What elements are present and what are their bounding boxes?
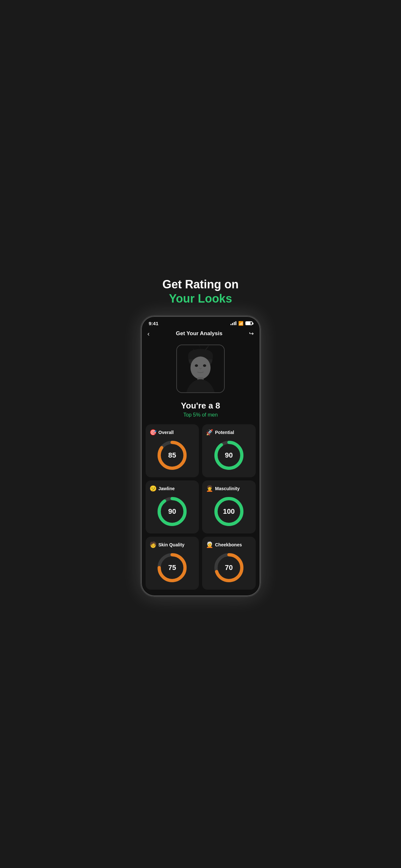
metric-emoji-cheekbones: 🧑‍🦳 <box>206 541 213 548</box>
share-button[interactable]: ↪ <box>249 330 254 337</box>
rating-section: You're a 8 Top 5% of men <box>141 396 260 421</box>
svg-point-4 <box>203 364 206 367</box>
metric-emoji-overall: 🎯 <box>150 429 157 436</box>
user-photo <box>176 345 225 393</box>
nav-title: Get Your Analysis <box>176 330 222 337</box>
rating-sub: Top 5% of men <box>141 412 260 418</box>
donut-skin-quality: 75 <box>156 552 188 584</box>
metric-label-masculinity: Masculinity <box>215 486 240 491</box>
outer-container: Get Rating on Your Looks 9:41 📶 ‹ <box>134 265 267 603</box>
photo-section <box>141 341 260 396</box>
metric-emoji-skin-quality: 🧑 <box>150 541 157 548</box>
metric-card-masculinity: 🧑‍🦱 Masculinity 100 <box>202 480 256 533</box>
donut-container-potential: 90 <box>206 439 252 471</box>
donut-value-overall: 85 <box>168 451 176 460</box>
donut-value-cheekbones: 70 <box>225 563 233 572</box>
donut-container-overall: 85 <box>150 439 195 471</box>
metric-label-jawline: Jawline <box>158 486 175 491</box>
donut-value-skin-quality: 75 <box>168 563 176 572</box>
metric-emoji-potential: 🚀 <box>206 429 213 436</box>
headline-line1: Get Rating on <box>162 277 239 291</box>
metric-header-potential: 🚀 Potential <box>206 429 234 436</box>
metric-emoji-jawline: 🫤 <box>150 485 157 492</box>
metric-header-cheekbones: 🧑‍🦳 Cheekbones <box>206 541 242 548</box>
metric-card-overall: 🎯 Overall 85 <box>146 424 199 477</box>
phone-frame: 9:41 📶 ‹ Get Your Analysis ↪ <box>140 315 261 597</box>
metric-card-jawline: 🫤 Jawline 90 <box>146 480 199 533</box>
metric-header-skin-quality: 🧑 Skin Quality <box>150 541 185 548</box>
donut-masculinity: 100 <box>213 495 245 528</box>
back-button[interactable]: ‹ <box>148 330 150 337</box>
donut-value-potential: 90 <box>225 451 233 460</box>
donut-container-cheekbones: 70 <box>206 552 252 584</box>
donut-value-jawline: 90 <box>168 507 176 516</box>
svg-point-2 <box>190 356 211 379</box>
face-silhouette <box>177 345 224 393</box>
donut-container-skin-quality: 75 <box>150 552 195 584</box>
signal-icon <box>230 321 236 325</box>
metric-card-potential: 🚀 Potential 90 <box>202 424 256 477</box>
metric-header-overall: 🎯 Overall <box>150 429 174 436</box>
photo-placeholder <box>177 345 224 392</box>
donut-value-masculinity: 100 <box>223 507 235 516</box>
nav-bar: ‹ Get Your Analysis ↪ <box>141 328 260 341</box>
donut-container-masculinity: 100 <box>206 495 252 528</box>
metric-card-skin-quality: 🧑 Skin Quality 75 <box>146 537 199 590</box>
rating-main: You're a 8 <box>141 401 260 411</box>
headline-section: Get Rating on Your Looks <box>162 277 239 305</box>
donut-jawline: 90 <box>156 495 188 528</box>
metric-emoji-masculinity: 🧑‍🦱 <box>206 485 213 492</box>
time: 9:41 <box>149 321 158 326</box>
metric-header-masculinity: 🧑‍🦱 Masculinity <box>206 485 240 492</box>
metric-card-cheekbones: 🧑‍🦳 Cheekbones 70 <box>202 537 256 590</box>
battery-icon <box>245 321 252 325</box>
metrics-grid: 🎯 Overall 85 🚀 Potential <box>141 421 260 596</box>
status-bar: 9:41 📶 <box>141 316 260 328</box>
donut-container-jawline: 90 <box>150 495 195 528</box>
donut-potential: 90 <box>213 439 245 471</box>
donut-overall: 85 <box>156 439 188 471</box>
status-icons: 📶 <box>230 321 252 326</box>
wifi-icon: 📶 <box>238 321 243 326</box>
metric-label-cheekbones: Cheekbones <box>215 542 242 547</box>
metric-label-potential: Potential <box>215 430 234 435</box>
donut-cheekbones: 70 <box>213 552 245 584</box>
headline-line2: Your Looks <box>162 291 239 306</box>
metric-label-skin-quality: Skin Quality <box>158 542 185 547</box>
svg-point-3 <box>195 364 198 367</box>
metric-header-jawline: 🫤 Jawline <box>150 485 175 492</box>
metric-label-overall: Overall <box>158 430 174 435</box>
